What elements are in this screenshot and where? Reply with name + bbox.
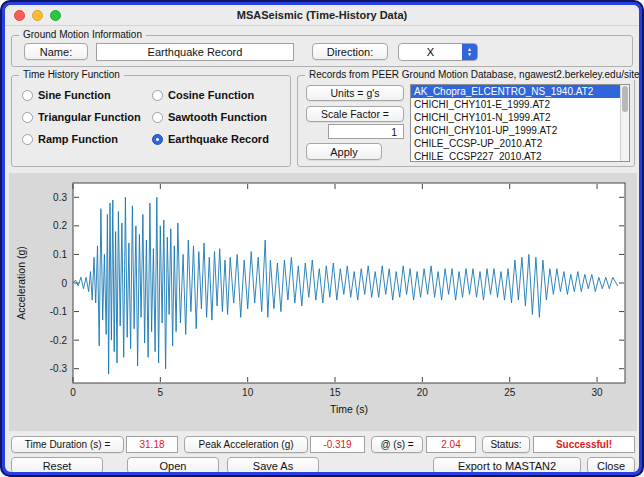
combo-stepper-icon: ▲▼ xyxy=(462,44,477,60)
direction-value: X xyxy=(399,46,462,58)
records-listbox[interactable]: AK_Chopra_ELCENTRO_NS_1940.AT2CHICHI_CHY… xyxy=(410,84,630,162)
record-item[interactable]: CHILE_CCSP227_2010.AT2 xyxy=(411,150,620,162)
name-input[interactable]: Earthquake Record xyxy=(96,43,294,61)
window-body: MSASeismic (Time-History Data) Ground Mo… xyxy=(5,5,639,472)
window-controls xyxy=(5,10,61,21)
y-tick-label: -0.2 xyxy=(50,335,68,346)
radio-icon xyxy=(152,112,163,123)
name-value: Earthquake Record xyxy=(148,46,243,58)
time-history-group: Time History Function Sine FunctionCosin… xyxy=(11,75,291,167)
status-field: Successful! xyxy=(533,436,635,453)
scale-factor-value: 1 xyxy=(391,126,397,138)
save-as-button[interactable]: Save As xyxy=(227,457,319,472)
units-button[interactable]: Units = g's xyxy=(306,85,404,101)
radio-icon xyxy=(22,90,33,101)
radio-icon xyxy=(152,90,163,101)
x-tick-label: 30 xyxy=(591,387,603,398)
record-item[interactable]: CHILE_CCSP-UP_2010.AT2 xyxy=(411,137,620,150)
y-tick-label: -0.3 xyxy=(50,363,68,374)
x-tick-label: 15 xyxy=(329,387,341,398)
window-title: MSASeismic (Time-History Data) xyxy=(5,9,639,21)
radio-label: Triangular Function xyxy=(38,111,141,123)
at-time-value: 2.04 xyxy=(441,439,460,450)
y-tick-label: -0.1 xyxy=(50,306,68,317)
title-bar: MSASeismic (Time-History Data) xyxy=(5,5,639,26)
radio-label: Sawtooth Function xyxy=(168,111,267,123)
x-tick-label: 25 xyxy=(504,387,516,398)
radio-label: Cosine Function xyxy=(168,89,254,101)
reset-button[interactable]: Reset xyxy=(11,457,103,472)
radio-label: Earthquake Record xyxy=(168,133,269,145)
x-axis-label: Time (s) xyxy=(330,403,368,415)
x-tick-label: 5 xyxy=(158,387,164,398)
record-item[interactable]: CHICHI_CHY101-N_1999.AT2 xyxy=(411,111,620,124)
record-item[interactable]: AK_Chopra_ELCENTRO_NS_1940.AT2 xyxy=(411,85,620,98)
x-tick-label: 10 xyxy=(242,387,254,398)
radio-triangular-function[interactable]: Triangular Function xyxy=(22,111,152,123)
radio-icon xyxy=(22,134,33,145)
record-item[interactable]: CHICHI_CHY101-E_1999.AT2 xyxy=(411,98,620,111)
radio-ramp-function[interactable]: Ramp Function xyxy=(22,133,152,145)
scale-factor-input[interactable]: 1 xyxy=(328,124,404,139)
chart-panel: -0.3-0.2-0.100.10.20.3051015202530Time (… xyxy=(9,173,637,431)
record-item[interactable]: CHICHI_CHY101-UP_1999.AT2 xyxy=(411,124,620,137)
y-tick-label: 0 xyxy=(61,278,67,289)
scale-factor-label: Scale Factor = xyxy=(306,106,404,122)
acceleration-plot: -0.3-0.2-0.100.10.20.3051015202530Time (… xyxy=(9,173,637,431)
time-history-options: Sine FunctionCosine FunctionTriangular F… xyxy=(22,89,286,145)
y-tick-label: 0.2 xyxy=(53,220,67,231)
direction-label: Direction: xyxy=(312,43,388,60)
time-duration-label: Time Duration (s) = xyxy=(11,436,124,453)
time-duration-value: 31.18 xyxy=(139,439,164,450)
peer-records-group-label: Records from PEER Ground Motion Database… xyxy=(305,69,639,80)
radio-icon xyxy=(152,134,163,145)
time-duration-field[interactable]: 31.18 xyxy=(126,436,178,453)
list-scrollbar[interactable] xyxy=(620,85,629,161)
apply-button[interactable]: Apply xyxy=(306,143,382,160)
radio-cosine-function[interactable]: Cosine Function xyxy=(152,89,286,101)
minimize-window-button[interactable] xyxy=(32,10,43,21)
export-to-mastan2-button[interactable]: Export to MASTAN2 xyxy=(433,457,581,472)
radio-icon xyxy=(22,112,33,123)
open-button[interactable]: Open xyxy=(127,457,219,472)
scrollbar-thumb[interactable] xyxy=(622,86,628,112)
direction-select[interactable]: X ▲▼ xyxy=(398,43,478,61)
x-tick-label: 0 xyxy=(70,387,76,398)
peer-records-group: Records from PEER Ground Motion Database… xyxy=(297,75,635,167)
y-tick-label: 0.3 xyxy=(53,192,67,203)
radio-earthquake-record[interactable]: Earthquake Record xyxy=(152,133,286,145)
radio-label: Sine Function xyxy=(38,89,111,101)
content-area: Ground Motion Information Name: Earthqua… xyxy=(5,27,639,472)
status-label: Status: xyxy=(482,436,530,453)
x-tick-label: 20 xyxy=(417,387,429,398)
radio-sawtooth-function[interactable]: Sawtooth Function xyxy=(152,111,286,123)
y-tick-label: 0.1 xyxy=(53,249,67,260)
close-button[interactable]: Close xyxy=(587,457,635,472)
zoom-window-button[interactable] xyxy=(50,10,61,21)
peak-acceleration-value: -0.319 xyxy=(323,439,351,450)
at-time-label: @ (s) = xyxy=(371,436,423,453)
peak-acceleration-label: Peak Acceleration (g) xyxy=(184,436,308,453)
time-history-group-label: Time History Function xyxy=(19,69,124,80)
ground-motion-group: Ground Motion Information Name: Earthqua… xyxy=(11,35,633,67)
app-window: MSASeismic (Time-History Data) Ground Mo… xyxy=(0,0,644,477)
at-time-field[interactable]: 2.04 xyxy=(426,436,476,453)
status-value: Successful! xyxy=(556,439,612,450)
y-axis-label: Acceleration (g) xyxy=(15,246,27,320)
close-window-button[interactable] xyxy=(14,10,25,21)
peak-acceleration-field[interactable]: -0.319 xyxy=(310,436,365,453)
radio-label: Ramp Function xyxy=(38,133,118,145)
ground-motion-group-label: Ground Motion Information xyxy=(19,29,146,40)
records-list: AK_Chopra_ELCENTRO_NS_1940.AT2CHICHI_CHY… xyxy=(411,85,620,162)
name-label: Name: xyxy=(24,43,88,60)
radio-sine-function[interactable]: Sine Function xyxy=(22,89,152,101)
